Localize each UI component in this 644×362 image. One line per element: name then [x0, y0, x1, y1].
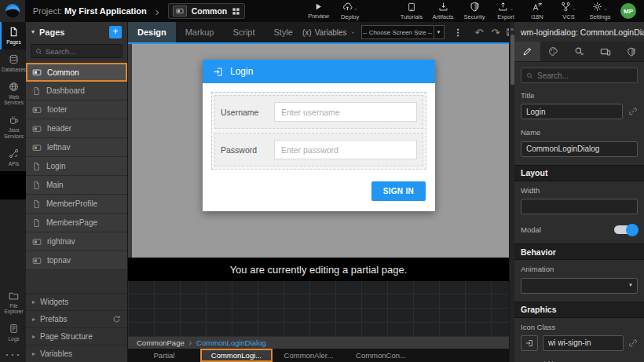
page-list-item-memberprofile[interactable]: MemberProfile: [26, 195, 127, 214]
page-list-item-dashboard[interactable]: Dashboard: [26, 82, 127, 101]
tab-markup[interactable]: Markup: [176, 22, 224, 42]
name-field-input[interactable]: [521, 141, 638, 157]
tab-design[interactable]: Design: [128, 22, 176, 42]
section-variables[interactable]: ▸ Variables: [26, 345, 127, 362]
caret-right-icon: ▸: [32, 350, 35, 357]
sign-in-button[interactable]: SIGN IN: [371, 181, 426, 201]
rail-item-apis[interactable]: APIs: [0, 144, 26, 171]
bind-link-icon[interactable]: [628, 107, 638, 116]
title-field-input[interactable]: [521, 104, 623, 119]
rail-item-logs[interactable]: Logs: [0, 319, 26, 346]
preview-button[interactable]: Preview: [303, 2, 335, 20]
screen-size-select[interactable]: -- Choose Screen Size -- ▼: [361, 25, 445, 39]
refresh-icon[interactable]: [112, 315, 121, 324]
page-list-item-leftnav[interactable]: leftnav: [26, 138, 127, 157]
section-behavior[interactable]: Behavior: [514, 243, 644, 260]
wavemaker-logo-icon: [5, 4, 20, 18]
redo-button[interactable]: ↷: [488, 27, 504, 38]
bottom-tab-commonconfirmdialog[interactable]: CommonCon...: [345, 349, 417, 362]
properties-search: [521, 68, 638, 83]
grid-icon: [232, 7, 240, 16]
search-icon: [526, 72, 533, 79]
page-selector-dropdown[interactable]: Common: [168, 3, 246, 19]
export-button[interactable]: Export: [490, 2, 521, 20]
artifacts-button[interactable]: Artifacts: [427, 2, 459, 20]
pages-search-input[interactable]: [46, 47, 118, 56]
properties-search-input[interactable]: [537, 71, 632, 80]
tab-properties[interactable]: [514, 42, 540, 61]
page-list-item-topnav[interactable]: topnav: [26, 251, 127, 270]
animation-select-input[interactable]: [521, 278, 638, 294]
dialog-header[interactable]: Login: [203, 60, 435, 83]
bottom-tab-partial[interactable]: Partial: [128, 349, 200, 362]
animation-select[interactable]: ▼: [521, 277, 638, 294]
deploy-button[interactable]: Deploy: [335, 2, 366, 20]
rail-item-java-services[interactable]: Java Services: [0, 110, 26, 144]
tab-style[interactable]: Style: [265, 22, 302, 42]
page-list-item-login[interactable]: Login: [26, 157, 127, 176]
password-form-row[interactable]: Password: [214, 133, 423, 166]
username-input[interactable]: [274, 102, 417, 122]
username-form-row[interactable]: Username: [214, 95, 423, 129]
variables-button[interactable]: (x) Variables: [302, 28, 356, 37]
caret-right-icon: ▸: [32, 333, 35, 340]
vcs-button[interactable]: VCS: [553, 2, 584, 20]
section-layout[interactable]: Layout: [514, 165, 644, 181]
tab-security[interactable]: [618, 42, 644, 61]
section-graphics[interactable]: Graphics: [514, 302, 644, 318]
page-list-item-footer[interactable]: footer: [26, 101, 127, 119]
page-list-item-header[interactable]: header: [26, 119, 127, 138]
section-prefabs[interactable]: ▸ Prefabs: [26, 310, 127, 327]
section-page-structure[interactable]: ▸ Page Structure: [26, 327, 127, 345]
dialog-form-container[interactable]: Username Password: [211, 92, 426, 170]
user-avatar[interactable]: MP: [620, 3, 636, 19]
add-page-button[interactable]: +: [109, 26, 122, 38]
partial-icon: [32, 124, 42, 133]
breadcrumb-parent[interactable]: CommonPage: [137, 338, 185, 347]
page-icon: [32, 218, 41, 228]
security-button[interactable]: Security: [459, 2, 490, 20]
page-list-item-main[interactable]: Main: [26, 176, 127, 195]
page-list-item-common[interactable]: Common: [26, 63, 127, 82]
caret-right-icon: ▸: [32, 316, 35, 323]
icon-class-input[interactable]: [543, 335, 624, 351]
rail-item-pages[interactable]: Pages: [0, 22, 26, 49]
tab-devices[interactable]: [592, 42, 618, 61]
i18n-button[interactable]: i18N: [521, 2, 553, 20]
modal-toggle[interactable]: [614, 225, 638, 234]
breadcrumb-current[interactable]: CommonLoginDialog: [196, 338, 266, 347]
page-list-item-memberspage[interactable]: MembersPage: [26, 214, 127, 232]
tab-inspect[interactable]: [566, 42, 592, 61]
gear-icon: [592, 2, 602, 12]
rail-item-file-explorer[interactable]: File Explorer: [0, 286, 26, 320]
settings-button[interactable]: Settings: [584, 2, 616, 20]
password-input[interactable]: [274, 140, 417, 159]
rail-item-web-services[interactable]: Web Services: [0, 77, 26, 111]
section-widgets[interactable]: ▸ Widgets: [26, 293, 127, 310]
page-list-item-rightnav[interactable]: rightnav: [26, 232, 127, 251]
partial-icon: [32, 237, 42, 247]
select-caret-icon: ▼: [434, 26, 444, 38]
bottom-tab-commonlogindialog[interactable]: CommonLogi...: [200, 349, 273, 362]
more-menu-icon[interactable]: ⋮: [450, 27, 467, 38]
caret-down-icon[interactable]: ▾: [31, 28, 35, 35]
design-canvas[interactable]: Login Username Password: [128, 42, 509, 258]
tab-script[interactable]: Script: [223, 22, 264, 42]
canvas-scrollbar[interactable]: »: [509, 22, 514, 362]
tab-styles[interactable]: [540, 42, 566, 61]
bottom-tab-commonalertdialog[interactable]: CommonAler...: [273, 349, 345, 362]
title-field: Title: [514, 86, 644, 123]
more-options-icon[interactable]: • • •: [0, 346, 26, 362]
tutorials-button[interactable]: Tutorials: [396, 2, 427, 20]
scrollbar-thumb[interactable]: [510, 35, 514, 85]
expand-panel-icon[interactable]: »: [510, 22, 514, 35]
bind-link-icon[interactable]: [628, 338, 638, 348]
modal-row: Modal: [514, 218, 644, 240]
project-name: My First Application: [64, 6, 147, 16]
undo-button[interactable]: ↶: [471, 27, 488, 38]
coffee-icon: [9, 115, 19, 125]
app-logo[interactable]: [0, 0, 25, 22]
rail-item-databases[interactable]: Databases: [0, 49, 26, 77]
width-field-input[interactable]: [521, 199, 638, 214]
login-dialog-widget[interactable]: Login Username Password: [203, 60, 435, 211]
